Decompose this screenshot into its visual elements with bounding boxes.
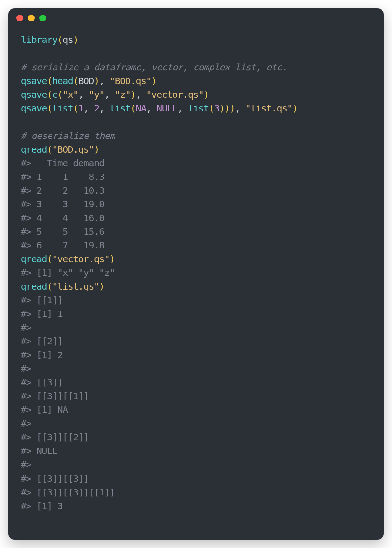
token-fn: qread [21, 281, 47, 291]
token-num: 1 [78, 103, 84, 113]
token-paren: ) [94, 144, 99, 154]
token-paren: ) [131, 90, 136, 100]
token-fn: qsave [21, 76, 47, 86]
code-line: #> [1] 2 [21, 348, 371, 362]
window-titlebar [8, 8, 384, 27]
token-ident: , [84, 103, 94, 113]
token-fn: list [52, 103, 73, 113]
token-paren: ( [57, 35, 63, 45]
code-line: #> 3 3 19.0 [21, 197, 371, 211]
token-out: #> [[3]][[1]] [21, 391, 89, 401]
token-fn: head [52, 76, 73, 86]
code-line: #> NULL [21, 444, 371, 458]
token-out: #> [1] "x" "y" "z" [21, 268, 115, 278]
code-line: #> [21, 362, 371, 375]
code-line: #> 6 7 19.8 [21, 238, 371, 252]
token-paren: ( [73, 76, 78, 86]
code-line [21, 115, 371, 129]
code-line: #> 4 4 16.0 [21, 211, 371, 225]
code-line: qsave(list(1, 2, list(NA, NULL, list(3))… [21, 101, 371, 115]
token-paren: ) [73, 35, 78, 45]
token-paren: ( [47, 103, 52, 113]
token-out: #> [[1]] [21, 295, 63, 305]
token-paren: ( [47, 281, 52, 291]
code-line: #> [1] NA [21, 403, 371, 416]
token-str: "x" [63, 90, 78, 100]
code-line: #> [1] 1 [21, 307, 371, 321]
code-line: qsave(c("x", "y", "z"), "vector.qs") [21, 88, 371, 101]
token-paren: ( [209, 103, 214, 113]
token-fn: library [21, 35, 57, 45]
token-paren: ) [152, 76, 157, 86]
token-ident: , [178, 103, 188, 113]
code-line: # serialize a dataframe, vector, complex… [21, 60, 371, 74]
token-ident: , [235, 103, 246, 113]
token-str: "BOD.qs" [110, 76, 152, 86]
token-fn: list [110, 103, 131, 113]
token-out: #> 2 2 10.3 [21, 185, 105, 195]
maximize-icon[interactable] [39, 15, 46, 21]
token-out: #> [21, 418, 37, 428]
token-out: #> [1] 1 [21, 309, 63, 319]
token-out: #> [1] 2 [21, 350, 63, 360]
token-paren: ) [110, 254, 115, 264]
token-paren: ( [47, 90, 52, 100]
code-line: #> [[1]] [21, 293, 371, 307]
token-out: #> 3 3 19.0 [21, 199, 105, 209]
token-str: "y" [89, 90, 105, 100]
token-str: "vector.qs" [146, 90, 204, 100]
token-fn: qsave [21, 103, 47, 113]
token-out: #> [[3]][[3]][[1]] [21, 487, 115, 497]
code-line: #> [21, 321, 371, 334]
token-str: "BOD.qs" [52, 144, 94, 154]
token-paren: ) [99, 281, 105, 291]
code-line: #> [[3]][[2]] [21, 430, 371, 444]
code-line: # deserialize them [21, 129, 371, 142]
token-out: #> NULL [21, 446, 57, 456]
token-paren: ) [204, 90, 209, 100]
code-line: #> [[2]] [21, 334, 371, 348]
token-str: "list.qs" [52, 281, 99, 291]
code-line: #> [[3]][[3]][[1]] [21, 485, 371, 499]
token-num: 3 [214, 103, 219, 113]
token-out: #> 1 1 8.3 [21, 172, 105, 182]
code-line: qread("BOD.qs") [21, 142, 371, 156]
token-paren: ( [131, 103, 136, 113]
code-line [21, 47, 371, 60]
token-paren: ) [94, 76, 99, 86]
code-line: #> [21, 416, 371, 430]
token-paren: ( [57, 90, 63, 100]
token-out: #> [1] 3 [21, 501, 63, 511]
token-paren: ( [47, 254, 52, 264]
token-cmt: # serialize a dataframe, vector, complex… [21, 62, 287, 72]
token-fn: qread [21, 254, 47, 264]
token-out: #> [21, 322, 37, 332]
token-fn: list [188, 103, 209, 113]
code-line: #> 1 1 8.3 [21, 170, 371, 184]
minimize-icon[interactable] [28, 15, 35, 21]
token-out: #> 6 7 19.8 [21, 240, 105, 250]
token-paren: ( [73, 103, 78, 113]
token-fn: qread [21, 144, 47, 154]
token-out: #> [[3]] [21, 377, 63, 387]
code-line: #> Time demand [21, 156, 371, 170]
token-fn: c [52, 90, 57, 100]
token-fn: qsave [21, 90, 47, 100]
token-str: "list.qs" [246, 103, 293, 113]
token-out: #> [[3]][[3]] [21, 474, 89, 484]
code-line: #> [[3]][[1]] [21, 389, 371, 403]
token-out: #> [21, 364, 37, 374]
token-out: #> 4 4 16.0 [21, 213, 105, 223]
code-line: library(qs) [21, 33, 371, 47]
token-cmt: # deserialize them [21, 131, 115, 141]
code-block: library(qs) # serialize a dataframe, vec… [8, 27, 384, 526]
token-out: #> [[2]] [21, 336, 63, 346]
code-line: #> [1] "x" "y" "z" [21, 266, 371, 279]
code-line: qread("list.qs") [21, 279, 371, 293]
code-line: qsave(head(BOD), "BOD.qs") [21, 74, 371, 88]
close-icon[interactable] [16, 15, 23, 21]
code-line: #> [[3]] [21, 375, 371, 389]
code-window: library(qs) # serialize a dataframe, vec… [8, 8, 384, 540]
token-out: #> [1] NA [21, 405, 68, 415]
code-line: qread("vector.qs") [21, 252, 371, 266]
